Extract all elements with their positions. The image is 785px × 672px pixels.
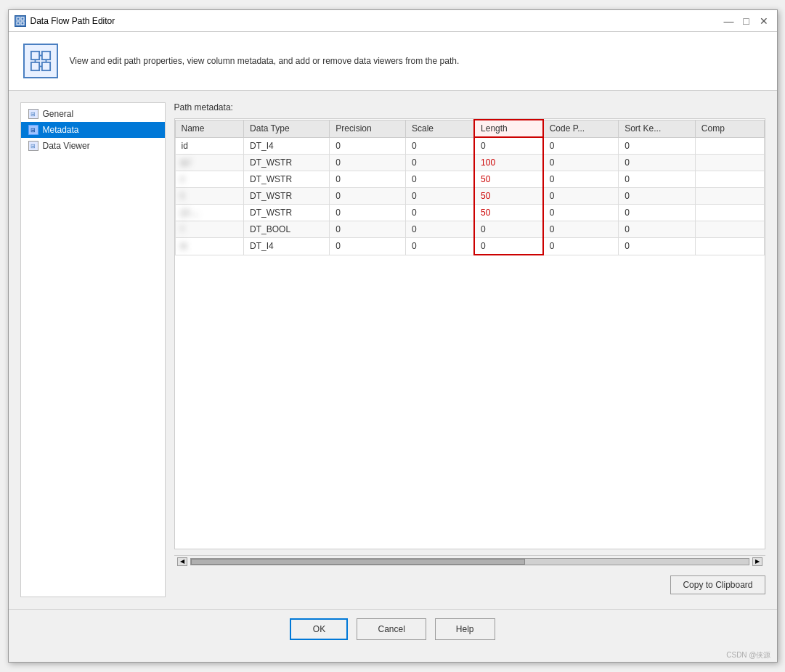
cell-sortkey: 0 [619, 188, 696, 205]
cell-scale: 0 [405, 238, 474, 255]
metadata-icon: ⊞ [28, 125, 38, 135]
cell-datatype: DT_I4 [244, 137, 330, 155]
minimize-button[interactable]: — [722, 14, 736, 28]
cancel-button[interactable]: Cancel [357, 618, 426, 640]
cell-sortkey: 0 [619, 238, 696, 255]
horizontal-scrollbar[interactable]: ◀ ▶ [174, 555, 765, 567]
header-section: View and edit path properties, view colu… [9, 32, 777, 91]
cell-precision: 0 [330, 205, 406, 221]
cell-name: id [175, 137, 244, 155]
metadata-table: Name Data Type Precision Scale Length Co… [175, 119, 765, 255]
maximize-button[interactable]: □ [739, 14, 754, 28]
cell-compare [695, 155, 764, 171]
metadata-table-container[interactable]: Name Data Type Precision Scale Length Co… [174, 118, 765, 549]
table-row: r DT_WSTR 0 0 50 0 0 [175, 171, 764, 188]
copy-to-clipboard-button[interactable]: Copy to Clipboard [670, 575, 765, 594]
cell-codepage: 0 [543, 221, 619, 238]
table-header-row: Name Data Type Precision Scale Length Co… [175, 120, 764, 137]
col-header-length: Length [474, 120, 543, 137]
main-window: Data Flow Path Editor — □ ✕ View and edi… [8, 9, 778, 663]
sidebar-label-general: General [43, 109, 74, 119]
scroll-right-button[interactable]: ▶ [752, 557, 762, 566]
cell-precision: 0 [330, 137, 406, 155]
table-row: n DT_I4 0 0 0 0 0 [175, 238, 764, 255]
svg-rect-2 [17, 22, 20, 25]
cell-precision: 0 [330, 171, 406, 188]
cell-compare [695, 171, 764, 188]
app-icon [15, 15, 26, 27]
table-row: id DT_I4 0 0 0 0 0 [175, 137, 764, 155]
cell-codepage: 0 [543, 155, 619, 171]
cell-codepage: 0 [543, 188, 619, 205]
col-header-sortkey: Sort Ke... [619, 120, 696, 137]
scroll-left-button[interactable]: ◀ [177, 557, 187, 566]
cell-name: t [175, 188, 244, 205]
cell-precision: 0 [330, 238, 406, 255]
cell-compare [695, 205, 764, 221]
col-header-scale: Scale [405, 120, 474, 137]
sidebar-item-metadata[interactable]: ⊞ Metadata [21, 122, 165, 138]
cell-length: 100 [474, 155, 543, 171]
help-button[interactable]: Help [435, 618, 495, 640]
ok-button[interactable]: OK [290, 618, 348, 640]
cell-compare [695, 137, 764, 155]
cell-codepage: 0 [543, 137, 619, 155]
title-bar-left: Data Flow Path Editor [15, 15, 115, 27]
cell-length: 50 [474, 171, 543, 188]
panel-label: Path metadata: [174, 102, 765, 112]
cell-compare [695, 221, 764, 238]
right-panel: Path metadata: Name Data Type Precision … [174, 102, 765, 597]
cell-codepage: 0 [543, 171, 619, 188]
cell-length: 0 [474, 221, 543, 238]
dataviewer-icon: ⊞ [28, 141, 38, 151]
svg-rect-4 [30, 52, 38, 60]
col-header-datatype: Data Type [244, 120, 330, 137]
sidebar: ⊞ General ⊞ Metadata ⊞ Data Viewer [20, 102, 166, 597]
svg-rect-3 [21, 22, 24, 25]
cell-scale: 0 [405, 171, 474, 188]
general-icon: ⊞ [28, 109, 38, 119]
cell-codepage: 0 [543, 238, 619, 255]
cell-scale: 0 [405, 155, 474, 171]
cell-length: 0 [474, 137, 543, 155]
cell-precision: 0 [330, 188, 406, 205]
col-header-name: Name [175, 120, 244, 137]
title-controls: — □ ✕ [722, 14, 771, 28]
cell-compare [695, 238, 764, 255]
svg-rect-1 [21, 17, 24, 20]
main-content: ⊞ General ⊞ Metadata ⊞ Data Viewer Path … [9, 91, 777, 609]
cell-scale: 0 [405, 221, 474, 238]
cell-datatype: DT_WSTR [244, 171, 330, 188]
close-button[interactable]: ✕ [757, 14, 771, 28]
cell-sortkey: 0 [619, 137, 696, 155]
cell-sortkey: 0 [619, 155, 696, 171]
sidebar-item-general[interactable]: ⊞ General [21, 106, 165, 122]
cell-datatype: DT_WSTR [244, 155, 330, 171]
table-row: s / DT_WSTR 0 0 100 0 0 [175, 155, 764, 171]
cell-length: 50 [474, 205, 543, 221]
cell-length: 50 [474, 188, 543, 205]
scroll-track[interactable] [190, 558, 749, 565]
footer: OK Cancel Help [9, 609, 777, 649]
sidebar-label-dataviewer: Data Viewer [43, 141, 90, 151]
svg-rect-5 [41, 52, 49, 60]
watermark: CSDN @侠源 [9, 649, 777, 662]
cell-datatype: DT_WSTR [244, 188, 330, 205]
title-bar: Data Flow Path Editor — □ ✕ [9, 10, 777, 32]
svg-rect-6 [30, 62, 38, 70]
scroll-thumb[interactable] [191, 559, 526, 565]
copy-button-row: Copy to Clipboard [174, 573, 765, 597]
cell-name: ! [175, 221, 244, 238]
sidebar-item-dataviewer[interactable]: ⊞ Data Viewer [21, 138, 165, 154]
cell-name: ( t ... [175, 205, 244, 221]
cell-name: s / [175, 155, 244, 171]
cell-scale: 0 [405, 188, 474, 205]
cell-sortkey: 0 [619, 171, 696, 188]
cell-sortkey: 0 [619, 221, 696, 238]
header-icon [23, 44, 58, 78]
sidebar-label-metadata: Metadata [43, 125, 79, 135]
cell-length: 0 [474, 238, 543, 255]
svg-rect-0 [17, 17, 20, 20]
cell-datatype: DT_BOOL [244, 221, 330, 238]
cell-codepage: 0 [543, 205, 619, 221]
